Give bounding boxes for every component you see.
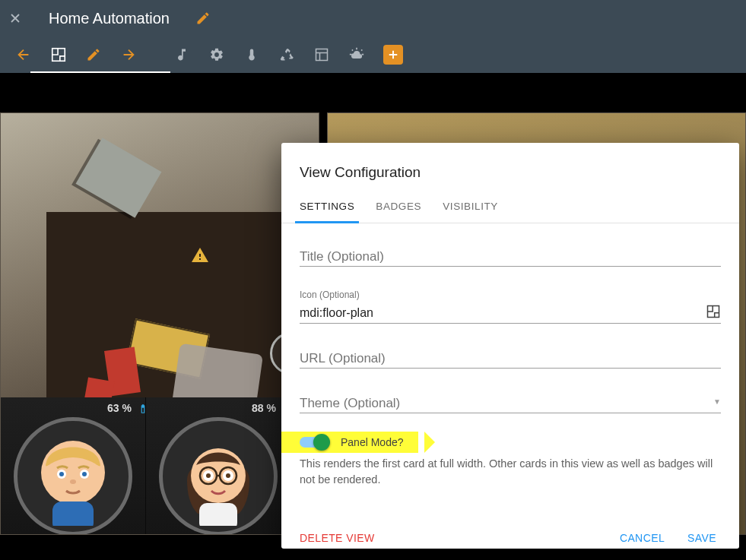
tab-energy-icon[interactable] <box>269 36 304 73</box>
warning-icon <box>191 246 209 264</box>
person-cell[interactable]: 88 % <box>145 397 290 534</box>
add-view-button[interactable] <box>383 45 403 65</box>
theme-select[interactable] <box>300 391 721 413</box>
svg-point-7 <box>70 479 76 484</box>
svg-point-11 <box>206 473 211 478</box>
floor-plan-icon <box>706 304 721 319</box>
dialog-footer: DELETE VIEW CANCEL SAVE <box>281 517 739 549</box>
page-title: Home Automation <box>49 10 170 27</box>
tab-settings[interactable]: SETTINGS <box>300 190 354 223</box>
floorplan-card[interactable]: 63 % <box>0 112 319 535</box>
app-header: Home Automation <box>0 0 746 36</box>
svg-point-13 <box>226 473 230 478</box>
tab-edit-icon[interactable] <box>76 36 111 73</box>
svg-rect-16 <box>199 503 237 526</box>
save-button[interactable]: SAVE <box>680 527 724 549</box>
svg-rect-1 <box>316 49 328 61</box>
close-icon[interactable] <box>6 9 24 27</box>
tab-music-icon[interactable] <box>164 36 199 73</box>
dialog-tabs: SETTINGS BADGES VISIBILITY <box>281 190 739 223</box>
tab-visibility[interactable]: VISIBILITY <box>443 190 498 223</box>
field-title: Title (Optional) <box>300 245 721 267</box>
view-toolbar <box>0 36 746 73</box>
panel-mode-row: Panel Mode? <box>300 436 721 448</box>
battery-percent: 88 % <box>252 402 276 414</box>
battery-percent: 63 % <box>107 402 132 414</box>
tab-settings-icon[interactable] <box>199 36 234 73</box>
svg-rect-8 <box>52 501 94 526</box>
nav-forward-icon[interactable] <box>111 36 146 73</box>
field-icon: Icon (Optional) <box>300 289 721 324</box>
view-config-dialog: View Configuration SETTINGS BADGES VISIB… <box>281 143 739 549</box>
cancel-button[interactable]: CANCEL <box>612 527 672 549</box>
dialog-title: View Configuration <box>281 143 739 190</box>
title-input[interactable] <box>300 245 721 267</box>
edit-title-icon[interactable] <box>194 9 212 27</box>
panel-mode-toggle[interactable] <box>300 437 327 448</box>
panel-mode-description: This renders the first card at full widt… <box>300 456 721 488</box>
annotation-highlight <box>424 432 435 453</box>
nav-back-icon[interactable] <box>6 36 41 73</box>
tab-badges[interactable]: BADGES <box>376 190 421 223</box>
svg-point-6 <box>82 472 87 476</box>
icon-input[interactable] <box>300 302 721 324</box>
tab-dashboard-icon[interactable] <box>304 36 339 73</box>
avatar <box>159 417 278 535</box>
tab-weather-icon[interactable] <box>339 36 374 73</box>
svg-point-4 <box>59 472 64 476</box>
avatar <box>14 417 132 535</box>
chevron-down-icon: ▼ <box>713 397 721 406</box>
person-cell[interactable]: 63 % <box>1 397 145 534</box>
presence-bar: 63 % <box>1 397 319 534</box>
panel-mode-label: Panel Mode? <box>341 436 404 448</box>
url-input[interactable] <box>300 346 721 369</box>
tab-climate-icon[interactable] <box>234 36 269 73</box>
field-theme: Theme (Optional) ▼ <box>300 391 721 413</box>
field-label: Icon (Optional) <box>300 289 721 300</box>
field-url: URL (Optional) <box>300 346 721 369</box>
tab-floorplan-icon[interactable] <box>41 36 76 73</box>
delete-view-button[interactable]: DELETE VIEW <box>300 532 375 544</box>
